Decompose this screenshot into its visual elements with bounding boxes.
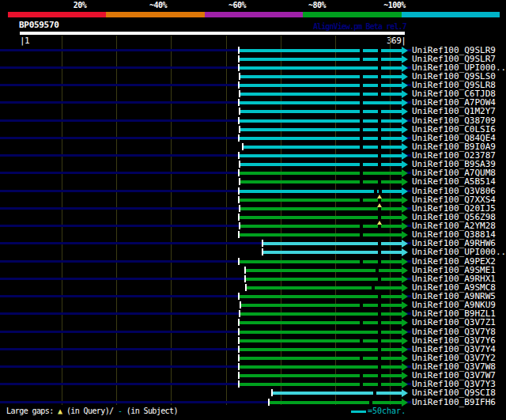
alignment-start-tick: [244, 275, 246, 282]
subject-gap-dash-icon: -: [118, 407, 122, 415]
alignment-arrowhead: [402, 380, 408, 388]
alignment-start-tick: [268, 399, 270, 406]
alignment-start-tick: [239, 205, 240, 212]
alignment-bar[interactable]: [239, 172, 402, 175]
subject-label[interactable]: UniRef100_Q9SCI8: [412, 388, 496, 397]
gap-notch: [360, 75, 363, 78]
alignment-arrowhead: [402, 372, 408, 380]
gap-notch: [360, 146, 363, 149]
alignment-arrowhead: [402, 258, 408, 266]
alignment-start-tick: [238, 258, 240, 265]
gap-notch: [378, 225, 381, 228]
gap-notch: [378, 278, 381, 281]
query-name: BP059570: [19, 20, 59, 30]
alignment-row: UniRef100_Q3V7Z1: [0, 318, 506, 327]
tool-watermark: AlignView.pm Beta rel.7: [313, 22, 406, 31]
alignment-arrowhead: [402, 284, 408, 292]
alignment-start-tick: [238, 99, 240, 106]
key-label: ~40%: [149, 1, 167, 9]
alignment-row: UniRef100_UPI000..: [0, 248, 506, 256]
gap-notch: [360, 357, 363, 360]
alignment-arrowhead: [402, 134, 408, 142]
alignment-bar[interactable]: [239, 101, 402, 104]
alignment-arrowhead: [402, 64, 408, 72]
gap-notch: [378, 304, 381, 307]
alignment-arrowhead: [402, 346, 408, 354]
alignment-arrowhead: [402, 301, 408, 309]
query-gap-triangle-icon: ▲: [58, 407, 62, 415]
subject-label[interactable]: UniRef100_A5B514: [412, 177, 496, 186]
gap-notch: [360, 163, 363, 166]
alignment-start-tick: [242, 143, 244, 150]
gap-notch: [360, 128, 363, 131]
alignment-start-tick: [239, 310, 240, 317]
gap-notch: [378, 348, 381, 351]
gap-notch: [369, 401, 372, 404]
alignment-bar[interactable]: [272, 392, 402, 395]
gap-notch: [376, 269, 379, 272]
alignment-start-tick: [239, 161, 240, 168]
gap-notch: [372, 286, 375, 289]
gap-notch: [374, 190, 377, 193]
alignment-start-tick: [238, 380, 240, 388]
key-segment-60: [205, 12, 303, 17]
gap-notch: [378, 383, 381, 386]
alignment-arrowhead: [402, 117, 408, 125]
gap-notch: [378, 374, 381, 377]
gap-notch: [378, 216, 381, 219]
alignment-arrowhead: [402, 73, 408, 81]
alignment-arrowhead: [402, 205, 408, 213]
alignment-bar[interactable]: [239, 190, 402, 193]
gap-notch: [378, 137, 381, 140]
alignment-bar[interactable]: [269, 401, 402, 404]
gap-notch: [360, 233, 363, 236]
alignment-start-tick: [238, 372, 240, 379]
alignment-start-tick: [239, 222, 240, 229]
gap-notch: [360, 383, 363, 386]
alignment-start-tick: [238, 214, 240, 221]
alignment-start-tick: [238, 64, 240, 71]
subject-label[interactable]: UniRef100_UPI000..: [412, 248, 506, 256]
alignment-arrowhead: [402, 196, 408, 204]
gap-notch: [378, 251, 381, 254]
key-segment-100: [402, 12, 500, 17]
alignment-start-tick: [238, 354, 240, 361]
gap-notch: [360, 199, 363, 202]
alignment-start-tick: [238, 337, 240, 344]
gap-notch: [378, 207, 381, 210]
alignment-row: UniRef100_A5B514: [0, 177, 506, 186]
gap-notch: [360, 110, 363, 113]
key-label: ~60%: [228, 1, 246, 9]
subject-label[interactable]: UniRef100_B9IFH6: [412, 398, 496, 407]
alignment-arrowhead: [402, 240, 408, 248]
alignment-start-tick: [238, 346, 240, 353]
subject-label[interactable]: UniRef100_Q1M2Y7: [412, 107, 496, 115]
alignment-arrowhead: [402, 389, 408, 397]
gap-notch: [378, 66, 381, 70]
alignment-bar[interactable]: [246, 286, 402, 289]
alignment-arrowhead: [402, 143, 408, 151]
alignment-row: UniRef100_B9IFH6: [0, 398, 506, 407]
gap-notch: [360, 119, 363, 123]
scale-legend-label: =50char.: [368, 407, 406, 415]
large-gaps-label: Large gaps:: [6, 407, 54, 415]
gap-notch: [378, 84, 381, 87]
gap-notch: [378, 154, 381, 157]
subject-label[interactable]: UniRef100_Q3V7Z1: [412, 318, 496, 327]
alignment-start-tick: [238, 169, 240, 176]
alignment-start-tick: [239, 108, 240, 115]
key-label: 20%: [74, 1, 87, 9]
alignment-start-tick: [240, 301, 241, 308]
alignment-arrowhead: [402, 90, 408, 98]
alignment-arrowhead: [402, 178, 408, 186]
gap-notch: [360, 49, 363, 52]
alignment-start-tick: [238, 55, 240, 62]
alignment-arrowhead: [402, 354, 408, 362]
alignment-start-tick: [238, 363, 240, 370]
alignment-bar[interactable]: [239, 233, 402, 236]
gap-notch: [378, 128, 381, 131]
alignment-start-tick: [244, 267, 246, 274]
alignment-arrowhead: [402, 99, 408, 107]
alignment-arrowhead: [402, 169, 408, 177]
alignment-start-tick: [238, 81, 240, 89]
